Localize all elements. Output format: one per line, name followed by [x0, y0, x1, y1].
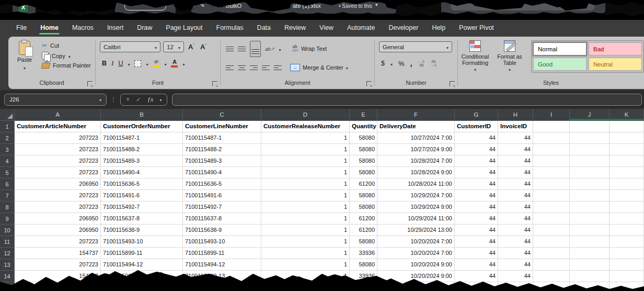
cell-B3[interactable]: 7100115488-2 — [101, 144, 183, 155]
cell-B4[interactable]: 7100115489-3 — [101, 155, 183, 167]
tab-page-layout[interactable]: Page Layout — [159, 20, 209, 36]
cell-C12[interactable]: 7100115899-11 — [183, 248, 261, 259]
cell-G1[interactable]: CustomerID — [455, 121, 498, 132]
column-header-G[interactable]: G — [455, 109, 498, 121]
cell-J4[interactable] — [570, 155, 610, 167]
decrease-font-size-button[interactable]: Aˇ — [199, 43, 208, 51]
cell-E7[interactable]: 58080 — [350, 190, 377, 202]
cell-A3[interactable]: 207223 — [15, 144, 101, 155]
name-box[interactable]: J26 — [4, 94, 107, 106]
cell-I12[interactable] — [533, 248, 570, 259]
cell-I[interactable] — [533, 282, 570, 291]
cell-E13[interactable]: 58080 — [350, 259, 377, 271]
row-header-blank[interactable] — [0, 282, 15, 291]
cell-I6[interactable] — [533, 178, 570, 190]
cell-F4[interactable]: 10/28/2024 7:00 — [377, 155, 455, 167]
font-color-button[interactable]: A — [171, 60, 178, 68]
cell-D[interactable] — [261, 282, 350, 291]
cell-F6[interactable]: 10/28/2024 11:00 — [377, 178, 455, 190]
cell-G5[interactable]: 44 — [455, 167, 498, 178]
cell-B8[interactable]: 7100115492-7 — [101, 202, 183, 213]
cell-E5[interactable]: 58080 — [350, 167, 377, 178]
cell-K13[interactable] — [610, 259, 644, 271]
column-header-H[interactable]: H — [498, 109, 533, 121]
cell-J7[interactable] — [570, 190, 610, 202]
cell-F1[interactable]: DeliveryDate — [377, 121, 455, 132]
cell-A14[interactable]: 154737 — [15, 271, 101, 282]
conditional-formatting-button[interactable]: Conditional Formatting — [458, 37, 492, 73]
chevron-down-icon[interactable] — [159, 96, 162, 103]
select-all-button[interactable] — [0, 109, 15, 121]
cell-J10[interactable] — [570, 225, 610, 236]
cell-C11[interactable]: 7100115493-10 — [183, 236, 261, 248]
tab-home[interactable]: Home — [33, 20, 65, 36]
cell-K9[interactable] — [610, 213, 644, 225]
cell-style-neutral[interactable]: Neutral — [589, 58, 642, 71]
cell-D6[interactable]: 1 — [261, 178, 350, 190]
cell-J13[interactable] — [570, 259, 610, 271]
cell-A2[interactable]: 207223 — [15, 132, 101, 144]
cell-F7[interactable]: 10/29/2024 7:00 — [377, 190, 455, 202]
cell-G6[interactable]: 44 — [455, 178, 498, 190]
cell-E14[interactable]: 33936 — [350, 271, 377, 282]
cell-E11[interactable]: 58080 — [350, 236, 377, 248]
cell-E9[interactable]: 61200 — [350, 213, 377, 225]
cell-H7[interactable]: 44 — [498, 190, 533, 202]
cell-H4[interactable]: 44 — [498, 155, 533, 167]
cell-B2[interactable]: 7100115487-1 — [101, 132, 183, 144]
bold-button[interactable]: B — [102, 60, 107, 67]
cell-H9[interactable]: 44 — [498, 213, 533, 225]
cell-E10[interactable]: 61200 — [350, 225, 377, 236]
cell-K[interactable] — [610, 282, 644, 291]
cell-E[interactable] — [350, 282, 377, 291]
cell-F5[interactable]: 10/28/2024 9:00 — [377, 167, 455, 178]
font-size-select[interactable]: 12 — [163, 41, 184, 52]
cell-H14[interactable]: 44 — [498, 271, 533, 282]
cell-B14[interactable]: 7100115900-13 — [101, 271, 183, 282]
row-header-10[interactable]: 10 — [0, 225, 15, 236]
cell-K14[interactable] — [610, 271, 644, 282]
cell-F10[interactable]: 10/29/2024 13:00 — [377, 225, 455, 236]
row-header-4[interactable]: 4 — [0, 155, 15, 167]
align-left-button[interactable] — [226, 64, 234, 72]
cell-F9[interactable]: 10/29/2024 11:00 — [377, 213, 455, 225]
decrease-decimal-button[interactable] — [430, 60, 436, 67]
enter-button[interactable]: ✓ — [136, 96, 141, 103]
cell-E1[interactable]: Quantity — [350, 121, 377, 132]
cell-K12[interactable] — [610, 248, 644, 259]
row-header-1[interactable]: 1 — [0, 121, 15, 132]
cell-D11[interactable]: 1 — [261, 236, 350, 248]
tab-power-pivot[interactable]: Power Pivot — [452, 20, 501, 36]
cell-F11[interactable]: 10/20/2024 7:00 — [377, 236, 455, 248]
align-center-button[interactable] — [238, 64, 246, 72]
column-header-J[interactable]: J — [570, 109, 610, 121]
tab-macros[interactable]: Macros — [65, 20, 100, 36]
cell-C13[interactable]: 7100115494-12 — [183, 259, 261, 271]
cell-K7[interactable] — [610, 190, 644, 202]
cell-E3[interactable]: 58080 — [350, 144, 377, 155]
underline-button[interactable]: U — [118, 60, 123, 67]
row-header-12[interactable]: 12 — [0, 248, 15, 259]
cell-J9[interactable] — [570, 213, 610, 225]
cell-D2[interactable]: 1 — [261, 132, 350, 144]
tab-draw[interactable]: Draw — [130, 20, 159, 36]
merge-center-button[interactable]: Merge & Center — [290, 64, 348, 71]
cell-J2[interactable] — [570, 132, 610, 144]
cell-J3[interactable] — [570, 144, 610, 155]
cell-A8[interactable]: 207223 — [15, 202, 101, 213]
increase-font-size-button[interactable]: Aˆ — [187, 43, 196, 51]
cell-I4[interactable] — [533, 155, 570, 167]
cell-A13[interactable]: 207223 — [15, 259, 101, 271]
cell-H1[interactable]: InvoiceID — [498, 121, 533, 132]
chevron-down-icon[interactable] — [182, 59, 185, 68]
cell-J1[interactable] — [570, 121, 610, 132]
formula-input[interactable] — [172, 94, 642, 106]
cell-G13[interactable]: 44 — [455, 259, 498, 271]
orientation-button[interactable]: ab — [265, 46, 275, 52]
cell-style-bad[interactable]: Bad — [589, 42, 642, 55]
comma-style-button[interactable]: , — [410, 61, 412, 66]
cell-G2[interactable]: 44 — [455, 132, 498, 144]
column-header-D[interactable]: D — [261, 109, 350, 121]
font-dialog-launcher-icon[interactable] — [212, 81, 217, 86]
cell-J8[interactable] — [570, 202, 610, 213]
